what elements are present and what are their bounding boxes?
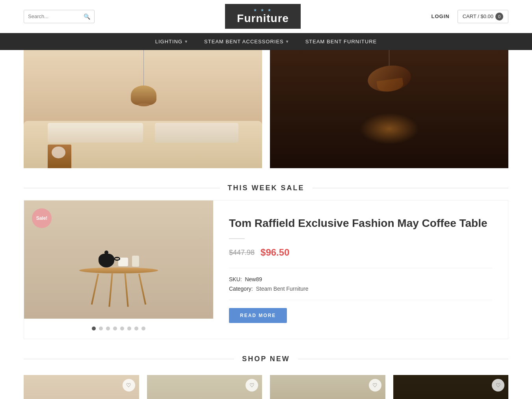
sale-price-wrap: $447.98 $96.50	[229, 247, 492, 258]
section-line-right	[313, 188, 509, 188]
product-card-1: ♡	[24, 375, 139, 399]
cart-button[interactable]: CART / $0.00 0	[458, 10, 508, 23]
sale-new-price: $96.50	[260, 247, 289, 258]
dot-2[interactable]	[99, 327, 103, 330]
category-label: Category:	[229, 286, 253, 292]
nav-label-steam-accessories: STEAM BENT ACCESSORIES	[204, 39, 284, 45]
cart-label: CART / $0.00	[463, 13, 493, 19]
logo[interactable]: ★ ★ ★ Furniture	[225, 4, 301, 29]
shop-new-line-right	[298, 359, 508, 359]
logo-text: Furniture	[237, 12, 289, 24]
hero-section	[0, 50, 532, 168]
this-week-sale-header: THIS WEEK SALE	[24, 184, 508, 192]
table-legs	[79, 273, 158, 307]
sale-old-price: $447.98	[229, 249, 255, 257]
dot-4[interactable]	[113, 327, 117, 330]
wishlist-button-3[interactable]: ♡	[369, 379, 381, 392]
nav-item-lighting[interactable]: LIGHTING ▼	[155, 39, 188, 45]
sku-label: SKU:	[229, 276, 242, 282]
search-button[interactable]: 🔍	[80, 10, 94, 23]
section-title-sale: THIS WEEK SALE	[228, 184, 305, 192]
wishlist-button-2[interactable]: ♡	[246, 379, 258, 392]
lamp-glow	[360, 113, 419, 145]
bedroom-scene	[24, 50, 262, 168]
chevron-down-icon: ▼	[184, 39, 188, 44]
price-divider	[229, 268, 492, 268]
coffee-table-illustration	[79, 254, 158, 307]
product-card-image-3: ♡	[270, 375, 385, 399]
search-wrapper: 🔍	[24, 10, 95, 23]
nav-label-lighting: LIGHTING	[155, 39, 182, 45]
product-card-4: ♡	[393, 375, 509, 399]
product-card-3: ♡	[270, 375, 385, 399]
dot-6[interactable]	[127, 327, 131, 330]
wishlist-button-4[interactable]: ♡	[492, 379, 504, 392]
nav-item-steam-furniture[interactable]: STEAM BENT FURNITURE	[305, 39, 377, 45]
header-right: LOGIN CART / $0.00 0	[432, 10, 508, 23]
sale-category: Category: Steam Bent Furniture	[229, 286, 492, 292]
sale-product-image-wrap: Sale!	[24, 200, 213, 339]
hero-image-right	[270, 50, 508, 168]
sale-product-card: Sale!	[24, 200, 508, 339]
product-card-image-1: ♡	[24, 375, 139, 399]
dark-scene	[270, 50, 508, 168]
sale-product-info: Tom Raffield Exclusive Fashion May Coffe…	[213, 200, 508, 339]
sku-value: New89	[245, 276, 262, 282]
cart-count: 0	[495, 13, 503, 20]
table-top	[79, 267, 158, 273]
nav-label-steam-furniture: STEAM BENT FURNITURE	[305, 39, 377, 45]
product-card-2: ♡	[147, 375, 262, 399]
search-icon: 🔍	[84, 13, 90, 20]
product-card-image-4: ♡	[393, 375, 509, 399]
dot-7[interactable]	[134, 327, 138, 330]
section-line-left	[24, 188, 220, 188]
login-link[interactable]: LOGIN	[432, 13, 450, 19]
wishlist-button-1[interactable]: ♡	[123, 379, 135, 392]
shop-new-header: SHOP NEW	[24, 355, 508, 363]
search-input[interactable]	[24, 10, 80, 22]
sale-title-divider	[229, 238, 245, 239]
nav-item-steam-accessories[interactable]: STEAM BENT ACCESSORIES ▼	[204, 39, 290, 45]
header: 🔍 ★ ★ ★ Furniture LOGIN CART / $0.00 0	[0, 0, 532, 33]
shop-new-title: SHOP NEW	[242, 355, 290, 363]
category-link[interactable]: Steam Bent Furniture	[256, 286, 308, 292]
read-more-button[interactable]: READ MORE	[229, 308, 287, 323]
product-grid: ♡ ♡ ♡ ♡	[0, 375, 532, 399]
product-card-image-2: ♡	[147, 375, 262, 399]
dot-3[interactable]	[106, 327, 110, 330]
sale-product-title: Tom Raffield Exclusive Fashion May Coffe…	[229, 216, 492, 230]
dot-8[interactable]	[141, 327, 145, 330]
sale-badge: Sale!	[32, 208, 52, 228]
carousel-dots	[24, 319, 213, 334]
navigation: LIGHTING ▼ STEAM BENT ACCESSORIES ▼ STEA…	[0, 33, 532, 50]
sale-product-image	[24, 200, 213, 319]
hero-image-left	[24, 50, 262, 168]
dot-5[interactable]	[120, 327, 124, 330]
shop-new-section: SHOP NEW ♡ ♡ ♡ ♡	[0, 355, 532, 399]
dot-1[interactable]	[92, 327, 96, 330]
sale-sku: SKU: New89	[229, 276, 492, 282]
chevron-down-icon-2: ▼	[285, 39, 290, 44]
hero-gap	[262, 50, 270, 168]
category-divider	[229, 300, 492, 300]
shop-new-line-left	[24, 359, 234, 359]
